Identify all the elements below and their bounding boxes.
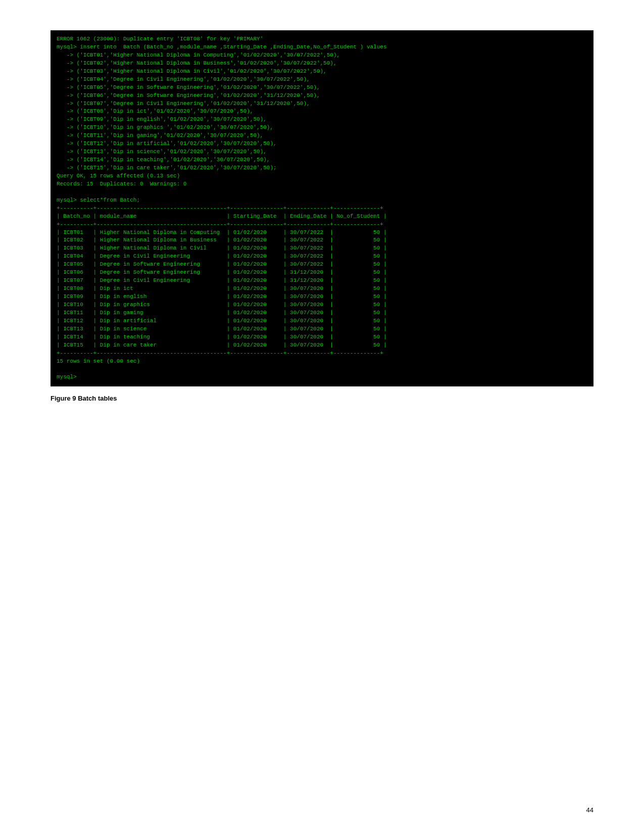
insert-row: -> ('ICBT02','Higher National Diploma in… xyxy=(57,60,587,68)
divider-mid: +----------+----------------------------… xyxy=(57,221,587,229)
insert-row: -> ('ICBT05','Degree in Software Enginee… xyxy=(57,84,587,92)
insert-row: -> ('ICBT03','Higher National Diploma in… xyxy=(57,68,587,76)
table-row: | ICBT13 | Dip in science | 01/02/2020 |… xyxy=(57,325,587,333)
divider-top: +----------+----------------------------… xyxy=(57,205,587,213)
insert-rows: -> ('ICBT01','Higher National Diploma in… xyxy=(57,52,587,172)
error-line: ERROR 1062 (23000): Duplicate entry 'ICB… xyxy=(57,35,587,43)
table-row: | ICBT04 | Degree in Civil Engineering |… xyxy=(57,253,587,261)
insert-row: -> ('ICBT04','Degree in Civil Engineerin… xyxy=(57,76,587,84)
table-row: | ICBT02 | Higher National Diploma in Bu… xyxy=(57,236,587,244)
table-row: | ICBT03 | Higher National Diploma in Ci… xyxy=(57,244,587,253)
terminal-block: ERROR 1062 (23000): Duplicate entry 'ICB… xyxy=(51,30,593,386)
insert-row: -> ('ICBT15','Dip in care taker','01/02/… xyxy=(57,164,587,172)
final-prompt: mysql> xyxy=(57,373,587,381)
table-row: | ICBT11 | Dip in gaming | 01/02/2020 | … xyxy=(57,309,587,317)
page-container: ERROR 1062 (23000): Duplicate entry 'ICB… xyxy=(0,0,644,834)
page-number: 44 xyxy=(586,806,593,814)
table-row: | ICBT01 | Higher National Diploma in Co… xyxy=(57,229,587,237)
insert-row: -> ('ICBT01','Higher National Diploma in… xyxy=(57,52,587,60)
insert-row: -> ('ICBT14','Dip in teaching','01/02/20… xyxy=(57,156,587,164)
rows-info: 15 rows in set (0.00 sec) xyxy=(57,358,587,366)
table-row: | ICBT14 | Dip in teaching | 01/02/2020 … xyxy=(57,333,587,341)
table-row: | ICBT07 | Degree in Civil Engineering |… xyxy=(57,277,587,285)
blank-line-1 xyxy=(57,188,587,197)
figure-caption: Figure 9 Batch tables xyxy=(51,395,593,402)
table-row: | ICBT05 | Degree in Software Engineerin… xyxy=(57,261,587,269)
insert-command: mysql> insert into Batch (Batch_no ,modu… xyxy=(57,43,587,52)
table-row: | ICBT06 | Degree in Software Engineerin… xyxy=(57,269,587,277)
divider-bot: +----------+----------------------------… xyxy=(57,350,587,358)
table-row: | ICBT08 | Dip in ict | 01/02/2020 | 30/… xyxy=(57,285,587,293)
insert-row: -> ('ICBT11','Dip in gaming','01/02/2020… xyxy=(57,132,587,140)
insert-row: -> ('ICBT10','Dip in graphics ','01/02/2… xyxy=(57,124,587,132)
insert-row: -> ('ICBT09','Dip in english','01/02/202… xyxy=(57,116,587,124)
table-rows: | ICBT01 | Higher National Diploma in Co… xyxy=(57,229,587,350)
select-command: mysql> select*from Batch; xyxy=(57,197,587,205)
table-row: | ICBT09 | Dip in english | 01/02/2020 |… xyxy=(57,293,587,301)
insert-row: -> ('ICBT07','Degree in Civil Engineerin… xyxy=(57,100,587,108)
records-info: Records: 15 Duplicates: 0 Warnings: 0 xyxy=(57,180,587,188)
blank-line-2 xyxy=(57,365,587,373)
db-table-wrapper: +----------+----------------------------… xyxy=(57,205,587,358)
table-row: | ICBT10 | Dip in graphics | 01/02/2020 … xyxy=(57,301,587,309)
table-row: | ICBT12 | Dip in artificial | 01/02/202… xyxy=(57,317,587,325)
query-ok: Query OK, 15 rows affected (0.13 sec) xyxy=(57,172,587,180)
insert-row: -> ('ICBT06','Degree in Software Enginee… xyxy=(57,92,587,100)
insert-row: -> ('ICBT12','Dip in artificial','01/02/… xyxy=(57,140,587,148)
table-header: | Batch_no | module_name | Starting_Date… xyxy=(57,213,587,221)
insert-row: -> ('ICBT08','Dip in ict','01/02/2020','… xyxy=(57,108,587,116)
table-row: | ICBT15 | Dip in care taker | 01/02/202… xyxy=(57,341,587,350)
insert-row: -> ('ICBT13','Dip in science','01/02/202… xyxy=(57,148,587,156)
